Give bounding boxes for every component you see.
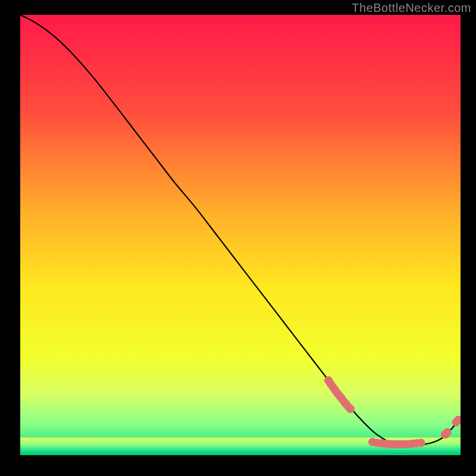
gradient-background	[20, 15, 461, 455]
svg-rect-6	[20, 450, 461, 453]
svg-rect-7	[20, 453, 461, 455]
marker-point	[416, 439, 425, 447]
watermark-text: TheBottleNecker.com	[352, 1, 471, 15]
svg-rect-1	[20, 437, 461, 440]
marker-point	[443, 428, 452, 437]
chart-svg	[20, 15, 461, 455]
chart-frame: TheBottleNecker.com	[0, 0, 476, 476]
chart-plot-area	[20, 15, 461, 455]
marker-point	[346, 405, 355, 413]
